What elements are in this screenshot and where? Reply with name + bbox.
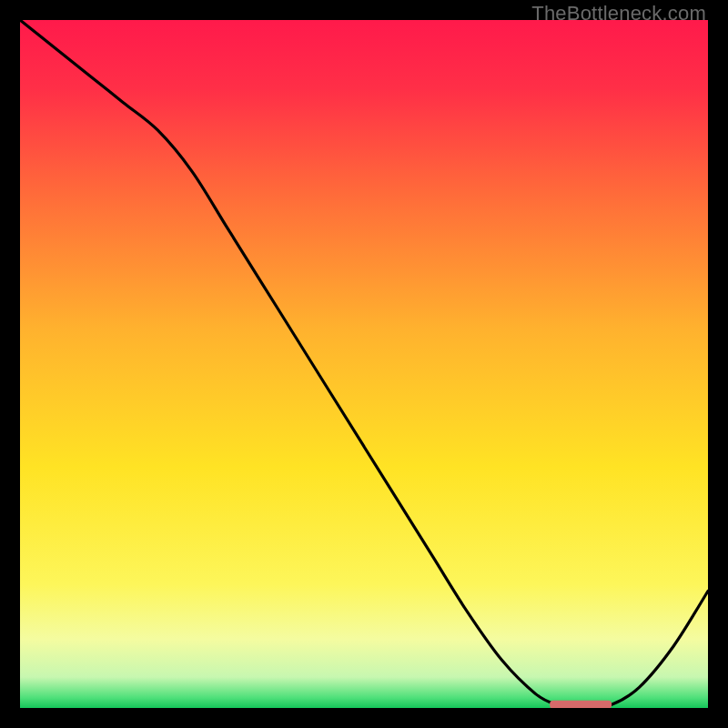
chart-frame <box>20 20 708 708</box>
bottleneck-chart <box>20 20 708 708</box>
gradient-background <box>20 20 708 708</box>
optimal-range-marker <box>550 701 612 708</box>
